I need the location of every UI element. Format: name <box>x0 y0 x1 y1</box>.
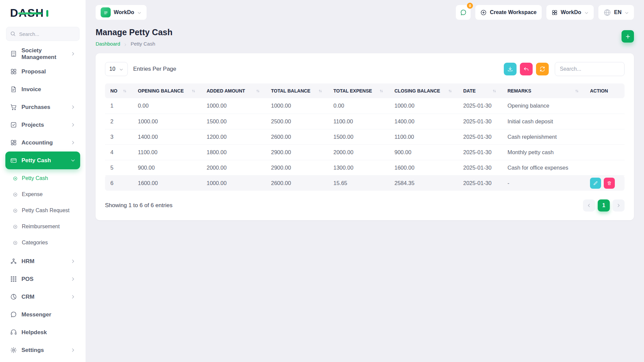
cell-no: 2 <box>105 114 132 129</box>
submenu-item-expense[interactable]: Expense <box>5 186 80 202</box>
column-header-no[interactable]: NO <box>105 83 132 98</box>
cell-total-balance: 2900.00 <box>266 160 328 175</box>
column-header-closing-balance[interactable]: CLOSING BALANCE <box>389 83 458 98</box>
cell-opening-balance: 900.00 <box>132 160 201 175</box>
main-content: WorkDo 0 Create Workspace WorkDo <box>86 0 644 220</box>
cell-total-balance: 2900.00 <box>266 144 328 160</box>
column-header-added-amount[interactable]: ADDED AMOUNT <box>201 83 266 98</box>
sidebar-item-helpdesk[interactable]: Helpdesk <box>5 323 80 341</box>
sidebar-item-accounting[interactable]: Accounting <box>5 134 80 152</box>
page-title: Manage Petty Cash <box>96 27 172 37</box>
table-footer: Showing 1 to 6 of 6 entries 1 <box>105 199 625 212</box>
cell-total-balance: 2500.00 <box>266 114 328 129</box>
sidebar-search-input[interactable] <box>6 27 79 41</box>
add-petty-cash-button[interactable] <box>622 30 634 43</box>
sidebar-search <box>6 27 79 41</box>
sidebar-item-label: Society Management <box>21 47 66 61</box>
cell-closing-balance: 1600.00 <box>389 160 458 175</box>
create-workspace-button[interactable]: Create Workspace <box>475 5 541 20</box>
cell-closing-balance: 1100.00 <box>389 129 458 144</box>
chevron-right-icon <box>70 140 75 145</box>
column-header-opening-balance[interactable]: OPENING BALANCE <box>132 83 201 98</box>
sidebar-item-invoice[interactable]: Invoice <box>5 80 80 98</box>
workspace-switcher[interactable]: WorkDo <box>96 5 147 20</box>
cell-added-amount: 1500.00 <box>201 114 266 129</box>
table-search-input[interactable] <box>555 62 625 76</box>
column-header-total-expense[interactable]: TOTAL EXPENSE <box>328 83 389 98</box>
sidebar-item-messenger[interactable]: Messenger <box>5 306 80 323</box>
delete-button[interactable] <box>604 178 615 189</box>
brand-logo[interactable]: DASH <box>5 0 80 26</box>
submenu-dot-icon <box>13 208 18 213</box>
sidebar-item-projects[interactable]: Projects <box>5 116 80 134</box>
sort-icon <box>492 89 497 93</box>
pagination-prev-button[interactable] <box>583 199 595 212</box>
cell-closing-balance: 2584.35 <box>389 175 458 191</box>
column-header-date[interactable]: DATE <box>458 83 502 98</box>
cell-total-balance: 2600.00 <box>266 175 328 191</box>
entries-summary: Showing 1 to 6 of 6 entries <box>105 202 172 209</box>
sort-icon <box>379 89 384 93</box>
apps-menu-button[interactable]: WorkDo <box>546 5 594 20</box>
apps-grid-icon <box>551 9 558 16</box>
chevron-right-icon <box>70 51 75 56</box>
sidebar-item-proposal[interactable]: Proposal <box>5 63 80 80</box>
table-actions <box>504 62 625 76</box>
sidebar-item-label: Invoice <box>21 86 41 93</box>
sidebar-item-hrm[interactable]: HRM <box>5 252 80 270</box>
chat-bubble-icon <box>460 9 467 16</box>
cell-no: 3 <box>105 129 132 144</box>
cell-closing-balance: 1400.00 <box>389 114 458 129</box>
grid-icon <box>10 139 17 146</box>
chevron-right-icon <box>70 277 75 282</box>
cell-closing-balance: 900.00 <box>389 144 458 160</box>
edit-button[interactable] <box>590 178 601 189</box>
column-header-total-balance[interactable]: TOTAL BALANCE <box>266 83 328 98</box>
chevron-right-icon <box>123 42 127 46</box>
entries-per-page-select[interactable]: 10 <box>105 62 128 76</box>
entries-per-page-label: Entries Per Page <box>133 66 176 72</box>
column-header-action: ACTION <box>585 83 625 98</box>
logo-plus-bar <box>46 10 48 17</box>
table-row: 2 1000.00 1500.00 2500.00 1100.00 1400.0… <box>105 114 625 129</box>
globe-icon <box>603 9 611 16</box>
cell-action <box>585 129 625 144</box>
submenu-item-petty-cash[interactable]: Petty Cash <box>5 170 80 186</box>
refresh-button[interactable] <box>536 63 549 75</box>
breadcrumb-current: Petty Cash <box>130 41 155 47</box>
sidebar-item-petty-cash[interactable]: Petty Cash <box>5 152 80 169</box>
submenu-item-reimbursement[interactable]: Reimbursement <box>5 219 80 235</box>
pagination-page-1-button[interactable]: 1 <box>598 199 610 212</box>
submenu-item-label: Petty Cash Request <box>22 207 69 214</box>
submenu-item-petty-cash-request[interactable]: Petty Cash Request <box>5 202 80 219</box>
messages-button[interactable]: 0 <box>456 5 471 20</box>
cell-total-expense: 2000.00 <box>328 144 389 160</box>
sort-icon <box>123 89 127 93</box>
export-button[interactable] <box>504 63 517 75</box>
petty-cash-card: 10 Entries Per Page NO <box>96 53 634 220</box>
cell-remarks: Cash for office expenses <box>502 160 585 175</box>
cell-opening-balance: 1100.00 <box>132 144 201 160</box>
column-header-remarks[interactable]: REMARKS <box>502 83 585 98</box>
sidebar-item-settings[interactable]: Settings <box>5 341 80 359</box>
breadcrumb-dashboard-link[interactable]: Dashboard <box>96 41 120 47</box>
reset-button[interactable] <box>520 63 533 75</box>
headset-icon <box>10 329 17 336</box>
sidebar-item-label: CRM <box>21 294 35 300</box>
cell-added-amount: 1000.00 <box>201 175 266 191</box>
topbar: WorkDo 0 Create Workspace WorkDo <box>96 0 634 25</box>
submenu-item-label: Expense <box>22 191 43 197</box>
sidebar-item-crm[interactable]: CRM <box>5 288 80 306</box>
pagination-next-button[interactable] <box>612 199 625 212</box>
search-icon <box>10 31 16 37</box>
cell-total-expense: 0.00 <box>328 98 389 114</box>
cell-closing-balance: 1000.00 <box>389 98 458 114</box>
cell-remarks: Cash replenishment <box>502 129 585 144</box>
sidebar-item-label: Helpdesk <box>21 329 47 336</box>
sidebar-item-society-management[interactable]: Society Management <box>5 45 80 63</box>
sidebar-item-pos[interactable]: POS <box>5 270 80 288</box>
sidebar-item-purchases[interactable]: Purchases <box>5 98 80 116</box>
logo-accent-bar <box>18 12 42 14</box>
submenu-item-categories[interactable]: Categories <box>5 235 80 251</box>
language-selector[interactable]: EN <box>598 5 634 20</box>
